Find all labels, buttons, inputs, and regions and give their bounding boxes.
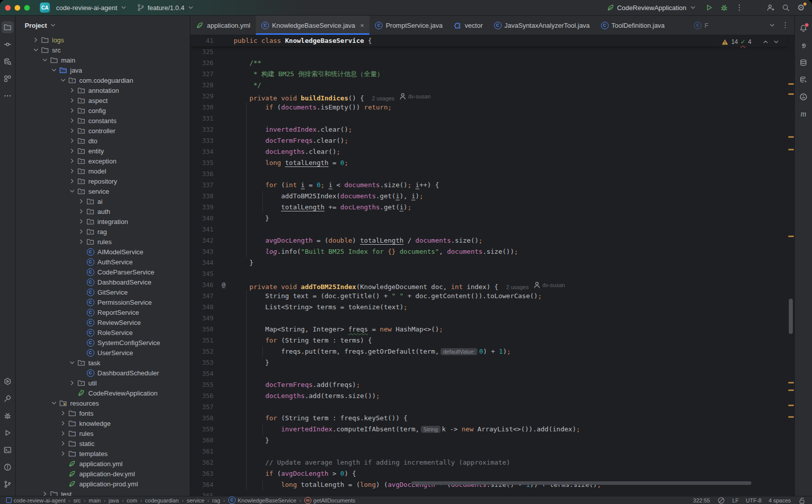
project-widget[interactable]: code-review-ai-agent (53, 2, 131, 13)
code-line[interactable]: 360 } (190, 435, 794, 446)
highlighting-level-icon[interactable] (717, 496, 725, 504)
next-problem-icon[interactable] (772, 38, 780, 46)
code-text[interactable]: docLengths.add(terms.size()); (231, 390, 794, 402)
minimize-window-button[interactable] (15, 5, 20, 11)
tree-item-codereviewapplication[interactable]: CodeReviewApplication (16, 388, 190, 398)
caret-position[interactable]: 322:55 (693, 497, 710, 503)
code-text[interactable]: */ (231, 80, 794, 91)
code-line[interactable]: 329 private void buildIndices() { 2 usag… (190, 91, 794, 102)
code-line[interactable]: 348 List<String> terms = tokenize(text); (190, 302, 794, 313)
chevron-right-icon[interactable] (77, 197, 85, 205)
chevron-right-icon[interactable] (68, 147, 76, 155)
code-line[interactable]: 333 docTermFreqs.clear(); (190, 135, 794, 146)
code-line[interactable]: 349 (190, 313, 794, 324)
chevron-right-icon[interactable] (68, 379, 76, 387)
code-text[interactable]: for (String term : freqs.keySet()) { (231, 413, 794, 424)
tab-tooldefinition-java[interactable]: CToolDefinition.java (596, 16, 671, 35)
tree-item-reviewservice[interactable]: CReviewService (16, 317, 190, 327)
warning-stripe-mark[interactable] (788, 382, 794, 383)
notifications-button[interactable] (797, 22, 809, 34)
warning-stripe-mark[interactable] (788, 389, 794, 391)
build-button[interactable] (2, 393, 14, 405)
services-button[interactable] (2, 375, 14, 387)
code-text[interactable]: freqs.put(term, freqs.getOrDefault(term,… (231, 346, 794, 357)
tree-item-rules[interactable]: rules (16, 428, 190, 438)
tree-item-ai[interactable]: ai (16, 196, 190, 206)
code-line[interactable]: 347 String text = (doc.getTitle() + " " … (190, 291, 794, 302)
code-text[interactable] (231, 368, 794, 379)
code-with-me-button[interactable] (765, 2, 777, 14)
code-text[interactable]: private void buildIndices() { 2 usagesdv… (231, 91, 794, 102)
warning-stripe-mark[interactable] (788, 236, 794, 237)
code-line[interactable]: 337 for (int i = 0; i < documents.size()… (190, 180, 794, 191)
tree-item-annotation[interactable]: annotation (16, 85, 190, 95)
code-line[interactable]: 362 // Update average length if adding i… (190, 457, 794, 468)
code-text[interactable]: } (231, 357, 794, 368)
tree-item-repository[interactable]: repository (16, 176, 190, 186)
code-text[interactable]: invertedIndex.computeIfAbsent(term,Strin… (231, 424, 794, 435)
maven-button[interactable]: m (797, 108, 809, 120)
database-ai-button[interactable] (797, 74, 809, 86)
code-text[interactable]: avgDocLength = (double) totalLength / do… (231, 235, 794, 246)
chevron-right-icon[interactable] (68, 86, 76, 94)
chevron-right-icon[interactable] (68, 167, 76, 175)
tab-f[interactable]: CF (688, 16, 714, 35)
tree-item-service[interactable]: service (16, 186, 190, 196)
code-editor[interactable]: 41public class KnowledgeBaseService { 14… (190, 35, 794, 496)
tree-item-java[interactable]: java (16, 65, 190, 75)
tab-promptservice-java[interactable]: CPromptService.java (369, 16, 448, 35)
code-line[interactable]: 355 docTermFreqs.add(freqs); (190, 379, 794, 390)
breadcrumb-item-knowledgebaseservice[interactable]: CKnowledgeBaseService (228, 496, 296, 504)
more-tools-button[interactable] (2, 90, 14, 102)
debug-button[interactable] (718, 2, 730, 14)
chevron-right-icon[interactable] (59, 439, 67, 447)
breadcrumb-item-getalldocuments[interactable]: mgetAllDocuments (304, 497, 355, 504)
encoding[interactable]: UTF-8 (746, 497, 762, 503)
code-line[interactable]: 342 avgDocLength = (double) totalLength … (190, 235, 794, 246)
tree-item-application-prod-yml[interactable]: application-prod.yml (16, 479, 190, 489)
breadcrumb-item-service[interactable]: service (187, 497, 204, 503)
code-line[interactable]: 344 } (190, 257, 794, 268)
code-line[interactable]: 356 docLengths.add(terms.size()); (190, 390, 794, 402)
code-text[interactable]: private void addToBM25Index(KnowledgeDoc… (231, 279, 794, 291)
code-text[interactable]: docLengths.clear(); (231, 146, 794, 157)
code-line[interactable]: 334 docLengths.clear(); (190, 146, 794, 157)
code-text[interactable] (231, 313, 794, 324)
code-line[interactable]: 358 for (String term : freqs.keySet()) { (190, 413, 794, 424)
tree-item-dto[interactable]: dto (16, 136, 190, 146)
vscrollbar-thumb[interactable] (789, 299, 793, 334)
tree-item-model[interactable]: model (16, 166, 190, 176)
chevron-down-icon[interactable] (68, 359, 76, 367)
terminal-button[interactable] (2, 444, 14, 456)
debug-tool-button[interactable] (2, 410, 14, 422)
breadcrumb-item-com[interactable]: com (127, 497, 137, 503)
code-line[interactable]: 351 for (String term : terms) { (190, 335, 794, 346)
warning-stripe-mark[interactable] (788, 149, 794, 150)
warning-stripe-mark[interactable] (788, 416, 794, 418)
ai-chat-button[interactable] (797, 91, 809, 103)
unlock-icon[interactable] (798, 496, 806, 504)
code-line[interactable]: 352 freqs.put(term, freqs.getOrDefault(t… (190, 346, 794, 357)
tree-item-dashboardscheduler[interactable]: CDashboardScheduler (16, 368, 190, 378)
tree-item-authservice[interactable]: CAuthService (16, 257, 190, 267)
warning-stripe-mark[interactable] (788, 93, 794, 95)
tree-item-rag[interactable]: rag (16, 227, 190, 237)
code-line[interactable]: 326 /** (190, 58, 794, 69)
breadcrumb-item-java[interactable]: java (109, 497, 119, 503)
chevron-right-icon[interactable] (59, 419, 67, 427)
code-text[interactable] (231, 446, 794, 457)
code-text[interactable]: docTermFreqs.add(freqs); (231, 379, 794, 390)
chevron-down-icon[interactable] (50, 66, 58, 74)
tree-item-resources[interactable]: resources (16, 398, 190, 408)
code-text[interactable] (231, 224, 794, 235)
chevron-down-icon[interactable] (59, 76, 67, 84)
warning-count[interactable]: 14 (731, 38, 738, 45)
ai-assistant-button[interactable] (797, 39, 809, 51)
editor-hscrollbar-thumb[interactable] (411, 481, 751, 485)
tree-item-integration[interactable]: integration (16, 216, 190, 227)
chevron-down-icon[interactable] (32, 46, 40, 54)
code-line[interactable]: 327 * 构建 BM25 倒排索引和统计信息（全量） (190, 69, 794, 80)
prev-problem-icon[interactable] (762, 38, 770, 46)
tree-item-static[interactable]: static (16, 438, 190, 449)
code-line[interactable]: 359 invertedIndex.computeIfAbsent(term,S… (190, 424, 794, 435)
